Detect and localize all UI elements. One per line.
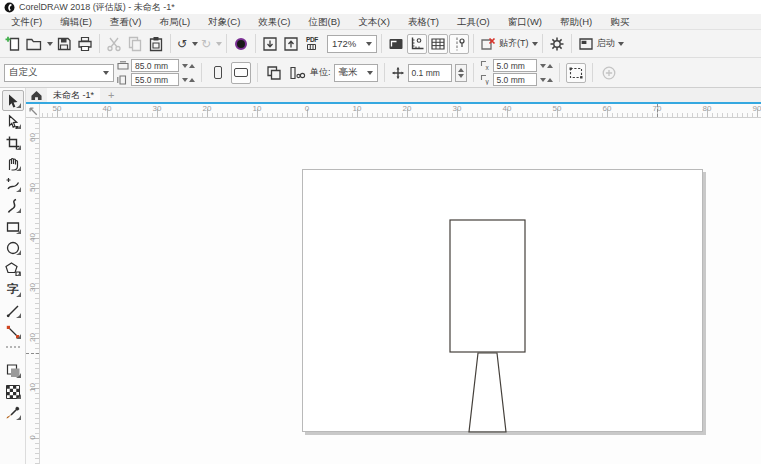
connector-tool[interactable] — [2, 321, 24, 342]
dimension-tool[interactable] — [2, 300, 24, 321]
launch-label[interactable]: 启动 — [597, 37, 615, 50]
crop-tool[interactable] — [2, 132, 24, 153]
page-width-icon — [117, 61, 129, 71]
show-guidelines-toggle[interactable] — [449, 34, 469, 54]
show-grid-toggle[interactable] — [428, 34, 448, 54]
add-button-disabled[interactable] — [599, 63, 619, 83]
drop-shadow-tool[interactable] — [2, 360, 24, 381]
menu-text[interactable]: 文本(X) — [349, 14, 399, 30]
export-button[interactable] — [281, 34, 301, 54]
page-height-spinner[interactable] — [182, 78, 195, 82]
artistic-media-tool[interactable] — [2, 195, 24, 216]
text-tool[interactable]: 字 — [2, 279, 24, 300]
snap-dropdown-caret[interactable] — [532, 42, 538, 46]
nudge-spinner[interactable] — [455, 64, 467, 82]
ellipse-tool[interactable] — [2, 237, 24, 258]
pick-tool[interactable] — [2, 90, 24, 111]
save-button[interactable] — [54, 34, 74, 54]
duplicate-y-input[interactable]: 5.0 mm — [493, 73, 537, 86]
paste-button[interactable] — [146, 34, 166, 54]
redo-button[interactable]: ↻ — [199, 34, 213, 54]
snap-off-button[interactable] — [478, 34, 498, 54]
ruler-origin-button[interactable] — [26, 104, 40, 118]
checkerboard-icon — [5, 384, 21, 400]
options-button[interactable] — [547, 34, 567, 54]
new-document-button[interactable] — [3, 34, 23, 54]
fullscreen-preview-button[interactable] — [386, 34, 406, 54]
menu-object[interactable]: 对象(C) — [199, 14, 249, 30]
hand-icon — [5, 156, 21, 172]
treat-as-filled-toggle[interactable] — [566, 63, 586, 83]
zoom-dropdown-caret — [366, 42, 372, 46]
undo-icon: ↺ — [177, 38, 187, 50]
drawn-shapes-layer[interactable] — [40, 118, 761, 464]
polygon-tool[interactable] — [2, 258, 24, 279]
menu-buy[interactable]: 购买 — [601, 14, 638, 30]
menu-edit[interactable]: 编辑(E) — [51, 14, 101, 30]
undo-dropdown-caret[interactable] — [192, 42, 198, 46]
cut-button[interactable] — [104, 34, 124, 54]
vertical-ruler[interactable]: 60 50 40 30 20 10 0 — [26, 118, 40, 464]
nudge-distance-input[interactable]: 0.1 mm — [408, 64, 452, 82]
rectangle-tool[interactable] — [2, 216, 24, 237]
propbar-separator — [257, 63, 258, 82]
pick-arrow-icon — [5, 93, 21, 109]
launch-button[interactable] — [576, 34, 596, 54]
menu-tools[interactable]: 工具(O) — [448, 14, 499, 30]
drawing-canvas[interactable] — [40, 118, 761, 464]
launch-dropdown-caret[interactable] — [618, 42, 624, 46]
apply-to-current-page-button[interactable] — [287, 63, 307, 83]
page-width-spinner[interactable] — [182, 64, 195, 68]
hruler-label: 10 — [253, 104, 262, 113]
duplicate-y-spinner[interactable] — [540, 78, 553, 82]
search-content-button[interactable] — [231, 34, 251, 54]
open-dropdown-caret[interactable] — [47, 42, 53, 46]
color-eyedropper-tool[interactable] — [2, 402, 24, 423]
shape-tool[interactable] — [2, 111, 24, 132]
drawn-polygon[interactable] — [469, 353, 506, 432]
pdf-grid-icon — [307, 44, 316, 50]
zoom-level-combobox[interactable]: 172% — [327, 35, 377, 53]
hruler-label: 50 — [53, 104, 62, 113]
menu-file[interactable]: 文件(F) — [2, 14, 51, 30]
home-icon[interactable] — [30, 89, 43, 101]
undo-button[interactable]: ↺ — [175, 34, 189, 54]
rectangle-icon — [5, 219, 21, 235]
menu-window[interactable]: 窗口(W) — [499, 14, 551, 30]
cursor-position-marker-v — [26, 353, 39, 354]
toolbar-separator — [473, 34, 474, 53]
copy-button[interactable] — [125, 34, 145, 54]
duplicate-x-spinner[interactable] — [540, 64, 553, 68]
cut-icon — [105, 35, 123, 53]
pan-tool[interactable] — [2, 153, 24, 174]
print-button[interactable] — [75, 34, 95, 54]
units-combobox[interactable]: 毫米 — [334, 64, 378, 82]
menu-help[interactable]: 帮助(H) — [551, 14, 601, 30]
menu-table[interactable]: 表格(T) — [399, 14, 448, 30]
show-rulers-toggle[interactable] — [407, 34, 427, 54]
document-tab[interactable]: 未命名 -1* — [47, 88, 100, 102]
landscape-button[interactable] — [231, 62, 251, 84]
apply-to-all-pages-button[interactable] — [264, 63, 284, 83]
redo-dropdown-caret[interactable] — [216, 42, 222, 46]
horizontal-ruler[interactable]: 50 40 30 20 10 0 10 20 30 40 50 60 70 80… — [40, 104, 761, 118]
import-button[interactable] — [260, 34, 280, 54]
portrait-button[interactable] — [208, 62, 228, 84]
page-size-preset-combobox[interactable]: 自定义 — [4, 64, 114, 82]
menu-layout[interactable]: 布局(L) — [150, 14, 199, 30]
menu-effects[interactable]: 效果(C) — [249, 14, 299, 30]
hruler-label: 30 — [153, 104, 162, 113]
transparency-tool[interactable] — [2, 381, 24, 402]
drawn-rect[interactable] — [450, 220, 525, 352]
new-tab-button[interactable]: + — [104, 90, 118, 101]
freehand-tool[interactable] — [2, 174, 24, 195]
publish-pdf-button[interactable]: PDF — [302, 34, 322, 54]
eyedropper-icon — [5, 405, 21, 421]
page-height-input[interactable]: 55.0 mm — [131, 73, 179, 86]
page-width-input[interactable]: 85.0 mm — [131, 59, 179, 72]
duplicate-x-input[interactable]: 5.0 mm — [493, 59, 537, 72]
open-button[interactable] — [24, 34, 44, 54]
menu-view[interactable]: 查看(V) — [101, 14, 151, 30]
menu-bitmaps[interactable]: 位图(B) — [300, 14, 350, 30]
snap-to-label[interactable]: 贴齐(T) — [499, 37, 529, 50]
